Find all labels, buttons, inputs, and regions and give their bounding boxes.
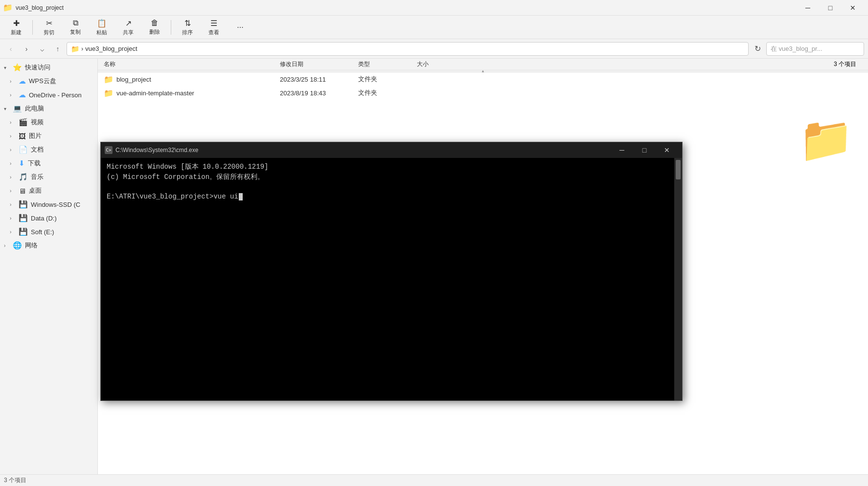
chevron-right-icon10: › (10, 216, 16, 221)
sidebar-label-video: 视频 (31, 118, 44, 127)
sidebar-item-video[interactable]: › 🎬 视频 (0, 115, 97, 129)
address-path[interactable]: 📁 › vue3_blog_project (67, 42, 749, 56)
chevron-right-icon3: › (10, 120, 16, 125)
sidebar-item-downloads[interactable]: › ⬇ 下载 (0, 156, 97, 170)
status-bar: 3 个项目 (0, 474, 868, 486)
chevron-right-icon8: › (10, 188, 16, 194)
cmd-line1: Microsoft Windows [版本 10.0.22000.1219] (107, 162, 676, 172)
large-folder-icon: 📁 (799, 117, 853, 161)
sort-button[interactable]: ⇅ 排序 (175, 17, 200, 38)
col-header-date[interactable]: 修改日期 (278, 60, 356, 68)
table-row[interactable]: 📁 blog_project 2023/3/25 18:11 文件夹 (98, 72, 868, 86)
sidebar-item-desktop[interactable]: › 🖥 桌面 (0, 184, 97, 198)
cmd-prompt-line: E:\ATRI\vue3_blog_project>vue ui (107, 193, 676, 200)
paste-icon: 📋 (97, 19, 107, 28)
refresh-button[interactable]: ↻ (751, 42, 764, 56)
paste-label: 粘贴 (96, 29, 107, 36)
wps-icon: ☁ (19, 77, 26, 86)
search-box[interactable]: 在 vue3_blog_pr... (766, 42, 864, 56)
col-header-size[interactable]: 大小 (415, 60, 464, 68)
back-button[interactable]: ‹ (4, 42, 18, 56)
address-bar: ‹ › ⌵ ↑ 📁 › vue3_blog_project ↻ 在 vue3_b… (0, 39, 868, 59)
more-icon: ··· (237, 23, 243, 32)
cmd-title-bar: C> C:\Windows\System32\cmd.exe ─ □ ✕ (101, 142, 682, 158)
copy-button[interactable]: ⧉ 复制 (63, 17, 88, 38)
sidebar-label-music: 音乐 (31, 173, 44, 181)
sidebar-item-windows-ssd[interactable]: › 💾 Windows-SSD (C (0, 198, 97, 211)
cmd-scrollbar[interactable] (674, 158, 682, 400)
cmd-cursor (239, 193, 243, 200)
share-label: 共享 (123, 29, 134, 36)
forward-button[interactable]: › (20, 42, 33, 56)
sidebar-item-pictures[interactable]: › 🖼 图片 (0, 129, 97, 143)
soft-e-icon: 💾 (19, 227, 28, 236)
delete-icon: 🗑 (151, 19, 159, 27)
copy-label: 复制 (70, 28, 81, 36)
chevron-down-icon: ▾ (4, 65, 10, 70)
up-button[interactable]: ↑ (51, 42, 65, 56)
sidebar-item-soft-e[interactable]: › 💾 Soft (E:) (0, 225, 97, 239)
chevron-down-icon2: ▾ (4, 106, 10, 111)
more-button[interactable]: ··· (228, 21, 252, 34)
sidebar-item-documents[interactable]: › 📄 文档 (0, 143, 97, 156)
chevron-right-icon5: › (10, 147, 16, 153)
chevron-right-icon6: › (10, 161, 16, 166)
close-button[interactable]: ✕ (842, 0, 864, 16)
table-row[interactable]: 📁 vue-admin-template-master 2023/8/19 18… (98, 86, 868, 100)
file-type-vue-admin: 文件夹 (356, 88, 415, 97)
chevron-right-icon: › (10, 79, 16, 84)
sidebar-item-this-pc[interactable]: ▾ 💻 此电脑 (0, 102, 97, 115)
new-button[interactable]: ✚ 新建 (4, 17, 28, 38)
copy-icon: ⧉ (73, 19, 78, 27)
folder-preview: 📁 (799, 117, 853, 161)
new-icon: ✚ (13, 19, 20, 28)
share-button[interactable]: ↗ 共享 (116, 17, 140, 38)
quick-access-icon: ⭐ (13, 63, 22, 72)
sidebar-item-onedrive[interactable]: › ☁ OneDrive - Person (0, 88, 97, 102)
search-placeholder: 在 vue3_blog_pr... (771, 44, 822, 53)
file-type-blog: 文件夹 (356, 75, 415, 84)
music-icon: 🎵 (19, 173, 28, 181)
view-button[interactable]: ☰ 查看 (202, 17, 226, 38)
sidebar-item-data-d[interactable]: › 💾 Data (D:) (0, 211, 97, 225)
sidebar-label-windows-ssd: Windows-SSD (C (31, 201, 80, 208)
this-pc-icon: 💻 (13, 104, 22, 113)
cut-button[interactable]: ✂ 剪切 (37, 17, 61, 38)
onedrive-icon: ☁ (19, 90, 26, 99)
network-icon: 🌐 (13, 241, 22, 250)
path-folder-icon: 📁 (71, 45, 79, 53)
sidebar-item-quick-access[interactable]: ▾ ⭐ 快速访问 (0, 61, 97, 74)
sidebar-label-quick-access: 快速访问 (25, 63, 50, 72)
sidebar-label-this-pc: 此电脑 (25, 104, 44, 113)
cmd-close-button[interactable]: ✕ (656, 142, 678, 158)
file-name-vue-admin: 📁 vue-admin-template-master (102, 88, 278, 98)
cmd-scroll-thumb[interactable] (676, 160, 681, 179)
cmd-minimize-button[interactable]: ─ (611, 142, 633, 158)
minimize-button[interactable]: ─ (797, 0, 819, 16)
status-text: 3 个项目 (4, 476, 26, 485)
delete-label: 删除 (149, 28, 160, 36)
cut-label: 剪切 (44, 29, 54, 36)
chevron-right-icon12: › (4, 243, 10, 248)
delete-button[interactable]: 🗑 删除 (142, 17, 167, 38)
cmd-maximize-button[interactable]: □ (633, 142, 656, 158)
folder-icon: 📁 (104, 75, 114, 84)
cmd-body[interactable]: Microsoft Windows [版本 10.0.22000.1219] (… (101, 158, 682, 400)
view-label: 查看 (208, 29, 219, 36)
col-header-name[interactable]: 名称 (102, 60, 278, 68)
col-header-type[interactable]: 类型 (356, 60, 415, 68)
file-date-blog: 2023/3/25 18:11 (278, 76, 356, 83)
sidebar-item-music[interactable]: › 🎵 音乐 (0, 170, 97, 184)
video-icon: 🎬 (19, 118, 28, 127)
toolbar-sep2 (171, 20, 171, 35)
sidebar-item-wps[interactable]: › ☁ WPS云盘 (0, 74, 97, 88)
toolbar: ✚ 新建 ✂ 剪切 ⧉ 复制 📋 粘贴 ↗ 共享 🗑 删除 ⇅ 排序 (0, 16, 868, 39)
paste-button[interactable]: 📋 粘贴 (90, 17, 114, 38)
path-text: vue3_blog_project (85, 45, 137, 52)
maximize-button[interactable]: □ (819, 0, 842, 16)
sidebar-item-network[interactable]: › 🌐 网络 (0, 239, 97, 252)
recent-button[interactable]: ⌵ (35, 42, 49, 56)
sidebar-label-desktop: 桌面 (29, 186, 42, 195)
explorer-icon: 📁 (4, 4, 12, 12)
sidebar-label-data-d: Data (D:) (31, 215, 57, 222)
